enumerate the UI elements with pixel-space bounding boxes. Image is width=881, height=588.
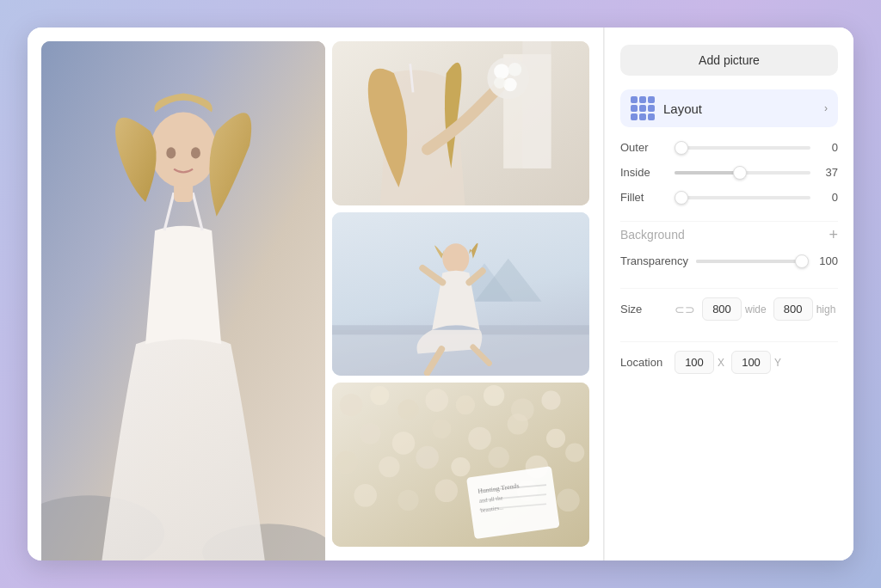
photo-3[interactable] <box>332 212 589 377</box>
svg-point-29 <box>398 400 419 420</box>
outer-slider[interactable] <box>675 146 810 150</box>
layout-label: Layout <box>663 101 824 116</box>
collage-area: Hunting Trends and all the beauties... <box>28 28 603 560</box>
svg-point-28 <box>370 386 389 405</box>
photo-3-image <box>332 212 589 377</box>
height-input[interactable] <box>773 297 813 321</box>
photo-1-image <box>41 41 325 560</box>
fillet-slider-row: Fillet 0 <box>620 191 838 204</box>
photo-2-image <box>332 41 589 205</box>
grid-dot-5 <box>639 105 646 112</box>
photo-1[interactable] <box>41 41 325 560</box>
fillet-value: 0 <box>817 191 838 204</box>
size-row: Size ⊂⊃ wide high <box>620 297 838 321</box>
x-unit: X <box>718 357 724 369</box>
svg-point-30 <box>426 389 449 413</box>
inside-value: 37 <box>817 166 838 179</box>
svg-point-40 <box>546 429 565 448</box>
svg-point-37 <box>432 420 451 438</box>
width-unit: wide <box>745 303 767 315</box>
x-input[interactable] <box>675 351 714 374</box>
svg-point-41 <box>336 451 359 475</box>
svg-point-27 <box>340 394 363 417</box>
grid-dot-2 <box>639 96 646 103</box>
collage-right: Hunting Trends and all the beauties... <box>332 41 589 547</box>
outer-label: Outer <box>620 141 668 154</box>
svg-point-35 <box>360 424 380 444</box>
width-input[interactable] <box>702 297 742 321</box>
svg-point-14 <box>508 63 521 76</box>
svg-point-39 <box>508 413 528 434</box>
svg-point-48 <box>354 484 378 507</box>
y-unit: Y <box>774 357 781 369</box>
svg-point-43 <box>416 446 440 469</box>
svg-point-34 <box>542 391 561 410</box>
grid-dot-8 <box>639 113 646 120</box>
svg-point-36 <box>392 432 416 456</box>
photo-4[interactable]: Hunting Trends and all the beauties... <box>332 383 589 547</box>
inside-label: Inside <box>620 166 668 179</box>
inside-slider-fill <box>675 171 740 175</box>
svg-point-8 <box>191 147 200 158</box>
location-row: Location X Y <box>620 351 838 374</box>
layout-grid-icon <box>631 96 655 120</box>
svg-point-53 <box>557 489 580 512</box>
outer-value: 0 <box>817 141 838 154</box>
svg-point-38 <box>468 427 491 450</box>
svg-point-45 <box>489 447 509 468</box>
location-label: Location <box>620 356 668 369</box>
svg-point-42 <box>379 456 399 477</box>
grid-dot-7 <box>631 113 638 120</box>
size-label: Size <box>620 303 668 315</box>
svg-point-47 <box>565 444 584 462</box>
location-divider <box>620 341 838 342</box>
transparency-thumb[interactable] <box>795 254 809 268</box>
photo-2[interactable] <box>332 41 589 205</box>
collage-left <box>41 41 325 547</box>
svg-point-50 <box>435 480 459 503</box>
layout-selector[interactable]: Layout › <box>620 89 838 127</box>
transparency-label: Transparency <box>620 254 689 267</box>
background-add-button[interactable]: + <box>829 227 838 242</box>
photo-4-image: Hunting Trends and all the beauties... <box>332 383 589 547</box>
svg-point-7 <box>166 147 176 158</box>
background-label: Background <box>620 228 685 242</box>
inside-slider-thumb[interactable] <box>733 166 747 180</box>
grid-dot-4 <box>631 105 638 112</box>
inside-slider[interactable] <box>675 171 810 175</box>
transparency-row: Transparency 100 <box>620 254 838 267</box>
transparency-value: 100 <box>814 254 838 267</box>
svg-point-16 <box>494 77 505 89</box>
height-unit: high <box>816 303 836 315</box>
x-field: X <box>675 351 724 374</box>
svg-point-44 <box>452 457 471 476</box>
transparency-slider[interactable] <box>696 260 807 263</box>
outer-slider-thumb[interactable] <box>675 141 688 155</box>
main-container: Hunting Trends and all the beauties... A… <box>28 28 853 560</box>
control-panel: Add picture Layout › Outer <box>604 28 853 560</box>
add-picture-button[interactable]: Add picture <box>620 45 838 76</box>
inside-slider-row: Inside 37 <box>620 166 838 179</box>
size-divider <box>620 288 838 289</box>
svg-point-13 <box>494 64 509 79</box>
chevron-down-icon: › <box>824 102 828 114</box>
svg-point-49 <box>398 490 419 511</box>
height-field: high <box>773 297 836 321</box>
svg-point-32 <box>484 385 504 406</box>
grid-dot-6 <box>648 105 655 112</box>
svg-rect-11 <box>523 41 551 168</box>
svg-point-12 <box>488 57 530 99</box>
background-section-header: Background + <box>620 221 838 242</box>
link-icon[interactable]: ⊂⊃ <box>675 303 695 316</box>
svg-point-15 <box>503 78 516 91</box>
y-field: Y <box>731 351 781 374</box>
fillet-label: Fillet <box>620 191 668 204</box>
grid-dot-1 <box>631 96 638 103</box>
svg-point-21 <box>443 243 470 273</box>
y-input[interactable] <box>731 351 771 374</box>
fillet-slider[interactable] <box>675 196 810 199</box>
outer-slider-row: Outer 0 <box>620 141 838 154</box>
svg-point-6 <box>151 113 217 188</box>
fillet-slider-thumb[interactable] <box>675 191 688 205</box>
svg-point-31 <box>456 395 475 414</box>
